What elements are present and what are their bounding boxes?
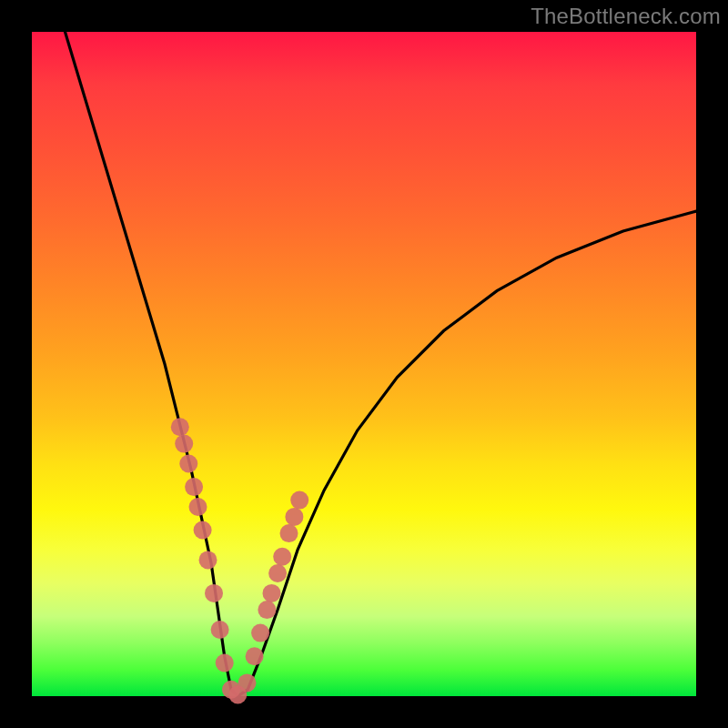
plot-area [32, 32, 696, 696]
marker-point [238, 673, 257, 692]
marker-point [263, 584, 281, 602]
marker-point [194, 521, 212, 540]
marker-point [251, 624, 269, 642]
marker-point [185, 478, 203, 496]
marker-point [285, 508, 303, 526]
marker-point [216, 654, 234, 672]
marker-point [171, 418, 189, 436]
watermark-text: TheBottleneck.com [531, 4, 721, 29]
marker-point [211, 621, 229, 639]
marker-point [258, 601, 276, 619]
marker-point [205, 584, 223, 602]
highlight-markers [171, 418, 308, 703]
marker-point [179, 455, 197, 473]
chart-frame: TheBottleneck.com [0, 0, 728, 728]
curve-svg [32, 32, 696, 696]
marker-point [246, 647, 264, 665]
marker-point [189, 498, 207, 516]
marker-point [175, 435, 193, 453]
marker-point [268, 564, 287, 582]
marker-point [273, 548, 291, 566]
marker-point [280, 524, 298, 542]
marker-point [290, 491, 308, 510]
marker-point [199, 551, 217, 569]
bottleneck-curve [66, 32, 697, 696]
